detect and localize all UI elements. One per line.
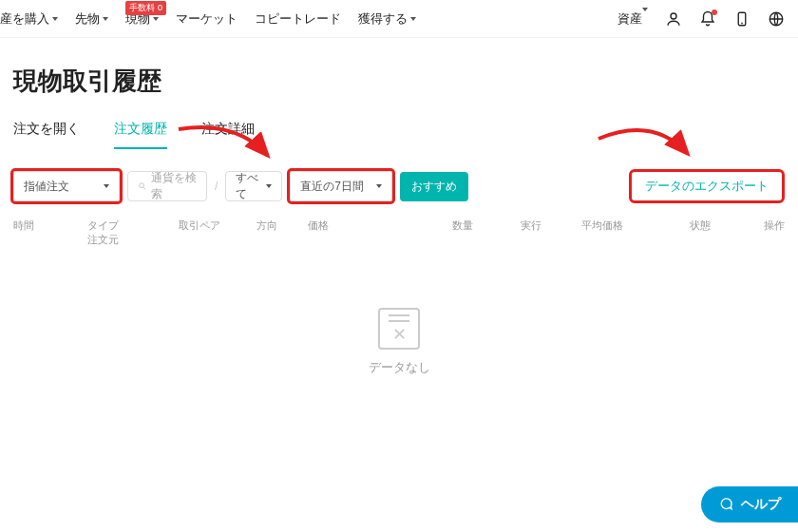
filter-bar: 指値注文 通貨を検索 / すべて 直近の7日間 おすすめ データのエクスポート: [0, 150, 798, 213]
page-title: 現物取引履歴: [13, 65, 798, 98]
col-avg-price: 平均価格: [542, 218, 623, 247]
nav-buy-assets[interactable]: 産を購入: [0, 10, 58, 28]
nav-earn[interactable]: 獲得する: [358, 10, 416, 28]
nav-assets[interactable]: 資産: [618, 10, 648, 28]
svg-point-0: [671, 13, 676, 19]
col-price: 価格: [308, 218, 384, 247]
empty-state: ✕ データなし: [0, 308, 798, 376]
side-value: すべて: [236, 170, 266, 202]
svg-line-5: [143, 187, 145, 189]
pair-placeholder: 通貨を検索: [151, 170, 197, 202]
col-type: タイプ 注文元: [87, 218, 142, 247]
help-label: ヘルプ: [741, 496, 781, 513]
mobile-icon[interactable]: [733, 10, 750, 28]
recommend-button[interactable]: おすすめ: [400, 172, 468, 201]
col-pair: 取引ペア: [142, 218, 256, 247]
globe-icon[interactable]: [768, 10, 785, 28]
fee-badge: 手数料 0: [125, 1, 166, 15]
nav-futures[interactable]: 先物: [75, 10, 108, 28]
col-type-line1: タイプ: [87, 219, 119, 231]
order-type-select[interactable]: 指値注文: [13, 171, 120, 201]
caret-down-icon: [104, 184, 109, 188]
nav-label: 先物: [75, 10, 100, 28]
column-headers: 時間 タイプ 注文元 取引ペア 方向 価格 数量 実行 平均価格 状態 操作: [0, 213, 798, 247]
caret-down-icon: [266, 184, 272, 188]
col-type-line2: 注文元: [87, 234, 119, 245]
no-data-icon: ✕: [378, 308, 420, 350]
caret-down-icon: [52, 17, 58, 21]
top-navigation: 産を購入 先物 現物 手数料 0 マーケット コピートレード 獲得する 資産: [0, 0, 798, 38]
empty-text: データなし: [369, 359, 430, 376]
nav-label: 獲得する: [358, 10, 408, 28]
divider: /: [215, 180, 218, 193]
caret-down-icon: [376, 184, 382, 188]
notification-dot: [712, 10, 717, 15]
period-value: 直近の7日間: [300, 179, 364, 195]
order-tabs: 注文を開く 注文履歴 注文詳細: [0, 121, 798, 150]
chat-icon: [718, 497, 733, 512]
notifications-icon[interactable]: [699, 10, 716, 28]
nav-spot[interactable]: 現物 手数料 0: [125, 10, 159, 28]
caret-down-icon: [153, 17, 159, 21]
col-quantity: 数量: [384, 218, 473, 247]
order-type-value: 指値注文: [24, 179, 69, 195]
period-select[interactable]: 直近の7日間: [290, 171, 392, 201]
nav-label: コピートレード: [255, 10, 341, 28]
caret-down-icon: [103, 17, 108, 21]
tab-open-orders[interactable]: 注文を開く: [13, 121, 80, 149]
nav-label: 資産: [618, 11, 642, 26]
export-data-button[interactable]: データのエクスポート: [629, 169, 785, 203]
col-direction: 方向: [256, 218, 308, 247]
pair-search-input[interactable]: 通貨を検索: [127, 171, 207, 201]
topnav-right: 資産: [618, 10, 785, 28]
col-executed: 実行: [473, 218, 542, 247]
col-status: 状態: [623, 218, 711, 247]
col-time: 時間: [13, 218, 87, 247]
help-fab[interactable]: ヘルプ: [701, 486, 798, 522]
caret-down-icon: [410, 17, 416, 21]
user-icon[interactable]: [665, 10, 682, 28]
nav-market[interactable]: マーケット: [176, 10, 238, 28]
col-operation: 操作: [711, 218, 785, 247]
nav-copy-trade[interactable]: コピートレード: [255, 10, 341, 28]
nav-label: マーケット: [176, 10, 238, 28]
tab-order-details[interactable]: 注文詳細: [201, 121, 255, 149]
side-select[interactable]: すべて: [225, 171, 282, 201]
tab-order-history[interactable]: 注文履歴: [114, 121, 167, 149]
svg-point-4: [140, 183, 144, 188]
topnav-left: 産を購入 先物 現物 手数料 0 マーケット コピートレード 獲得する: [0, 10, 416, 28]
nav-label: 産を購入: [0, 10, 49, 28]
caret-down-icon: [642, 8, 648, 26]
